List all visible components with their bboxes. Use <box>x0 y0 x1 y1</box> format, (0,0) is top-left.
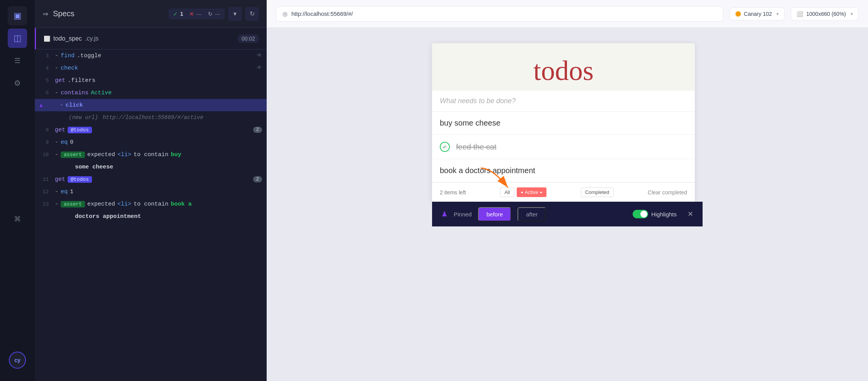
check-icon: ✓ <box>173 11 178 17</box>
after-tab[interactable]: after <box>517 207 546 221</box>
dash: - <box>55 189 58 195</box>
highlights-toggle: Highlights <box>633 210 677 218</box>
preview-area: todos What needs to be done? buy some ch… <box>267 28 868 381</box>
viewport-text: 1000x660 (60%) <box>806 11 846 17</box>
filters-selector: .filters <box>68 77 95 84</box>
todo-item-2: ✓ feed the cat <box>432 135 695 159</box>
line-6-content: - contains Active <box>55 90 262 96</box>
todo-item-1-text: buy some cheese <box>440 119 500 128</box>
code-line-11: 11 get @todos 2 <box>35 173 267 185</box>
pinned-label: Pinned <box>454 211 472 218</box>
line-num-10: 10 <box>39 152 49 158</box>
assert-tag: assert <box>61 151 85 158</box>
url-text: http://localhost:55669/#/ <box>291 10 353 17</box>
sidebar: ▣ ◫ ☰ ⚙ ⌘ cy <box>0 0 35 381</box>
filter-completed[interactable]: Completed <box>581 187 614 197</box>
eye-icon-3[interactable]: 👁 <box>257 53 262 59</box>
get-keyword: get <box>55 77 65 84</box>
dash: - <box>55 53 58 59</box>
badge-8: 2 <box>253 127 262 133</box>
code-line-4: 4 - check 👁 <box>35 62 267 74</box>
file-name: ⬜ todo_spec.cy.js <box>44 35 99 42</box>
line-13-content: - assert expected <li> to contain book a <box>55 201 262 208</box>
header-controls: ✓ 1 ✕ — ↻ — ▾ ↻ <box>168 7 259 21</box>
pinned-bar: ♟ Pinned before after Highlights ✕ <box>432 202 703 226</box>
check-count: 1 <box>180 11 183 17</box>
viewport-chevron-icon: ▾ <box>851 11 853 17</box>
code-line-10b: some cheese <box>35 161 267 173</box>
close-button[interactable]: ✕ <box>688 210 693 218</box>
file-tab: ⬜ todo_spec.cy.js 00:02 <box>35 28 267 49</box>
toggle-selector: .toggle <box>77 53 101 59</box>
sidebar-item-specs[interactable]: ◫ <box>8 29 27 48</box>
to-contain: to contain <box>134 151 168 158</box>
check-cmd: check <box>61 65 78 71</box>
footer-filters: All ● Active ● <box>500 187 546 197</box>
highlights-label: Highlights <box>651 211 677 218</box>
url-bar[interactable]: ◎ http://localhost:55669/#/ <box>276 6 723 22</box>
li-tag-2: <li> <box>117 201 131 208</box>
pin-icon: ♟ <box>441 210 448 218</box>
line-11-content: get @todos 2 <box>55 176 262 183</box>
before-tab[interactable]: before <box>478 207 512 221</box>
line-num-9: 9 <box>39 139 49 145</box>
code-line-6: 6 - contains Active <box>35 87 267 99</box>
todo-app-container: todos What needs to be done? buy some ch… <box>432 43 703 226</box>
code-line-3: 3 - find .toggle 👁 <box>35 49 267 62</box>
highlights-switch[interactable] <box>633 210 648 218</box>
eq-cmd: eq <box>61 139 68 146</box>
eq-cmd-2: eq <box>61 189 68 195</box>
some-cheese: some cheese <box>75 164 113 170</box>
clear-completed[interactable]: Clear completed <box>648 189 687 196</box>
todo-item-1: buy some cheese <box>432 112 695 135</box>
x-icon: ✕ <box>189 11 194 17</box>
sidebar-item-keyboard[interactable]: ⌘ <box>8 209 27 229</box>
refresh-button[interactable]: ↻ <box>245 7 259 21</box>
todo-footer: 2 items left All ● Active ● <box>432 182 695 202</box>
line-8-content: get @todos 2 <box>55 127 262 133</box>
filter-dot-orange: ● <box>540 190 542 194</box>
browser-bar: ◎ http://localhost:55669/#/ Canary 102 ▾… <box>267 0 868 28</box>
click-cmd: click <box>65 102 83 109</box>
viewport-selector[interactable]: ⬜ 1000x660 (60%) ▾ <box>791 7 859 20</box>
filename-base: todo_spec <box>53 35 82 42</box>
line-num-11: 11 <box>39 177 49 182</box>
contains-cmd: contains <box>61 90 89 96</box>
line-num-6: 6 <box>39 90 49 96</box>
sidebar-item-app[interactable]: ▣ <box>8 6 27 26</box>
viewport-icon: ⬜ <box>797 11 803 17</box>
filename-ext: .cy.js <box>85 35 99 42</box>
canary-dot <box>735 11 741 17</box>
specs-title: Specs <box>53 9 75 18</box>
todos-alias-2: @todos <box>68 176 92 183</box>
todo-title: todos <box>432 43 695 91</box>
assert-tag-2: assert <box>61 201 85 208</box>
toggle-knob <box>640 211 647 218</box>
dash: - <box>55 201 58 208</box>
get-keyword: get <box>55 176 65 183</box>
line-num-8: 8 <box>39 127 49 133</box>
to-contain-2: to contain <box>134 201 168 208</box>
todo-input-display[interactable]: What needs to be done? <box>432 91 695 112</box>
line-3-content: - find .toggle <box>55 53 257 59</box>
header-left: ⇒ Specs <box>43 9 75 18</box>
zero: 0 <box>70 139 73 146</box>
buy-text: buy <box>171 151 181 158</box>
todo-placeholder: What needs to be done? <box>440 97 516 105</box>
badge-11: 2 <box>253 176 262 182</box>
file-timer: 00:02 <box>238 34 259 43</box>
dropdown-button[interactable]: ▾ <box>228 7 242 21</box>
sidebar-item-list[interactable]: ☰ <box>8 51 27 70</box>
one: 1 <box>70 189 73 195</box>
orange-arrow-svg <box>477 164 523 195</box>
code-line-13b: doctors appointment <box>35 210 267 223</box>
browser-selector[interactable]: Canary 102 ▾ <box>730 7 785 20</box>
code-line-13: 13 - assert expected <li> to contain boo… <box>35 198 267 210</box>
main-content: ⇒ Specs ✓ 1 ✕ — ↻ — ▾ ↻ <box>35 0 267 381</box>
book-a-text: book a <box>171 201 192 208</box>
sidebar-item-settings[interactable]: ⚙ <box>8 73 27 93</box>
cy-logo: cy <box>9 352 26 369</box>
code-line-10: 10 - assert expected <li> to contain buy <box>35 148 267 161</box>
browser-name: Canary 102 <box>744 11 772 17</box>
eye-icon-4[interactable]: 👁 <box>257 65 262 71</box>
